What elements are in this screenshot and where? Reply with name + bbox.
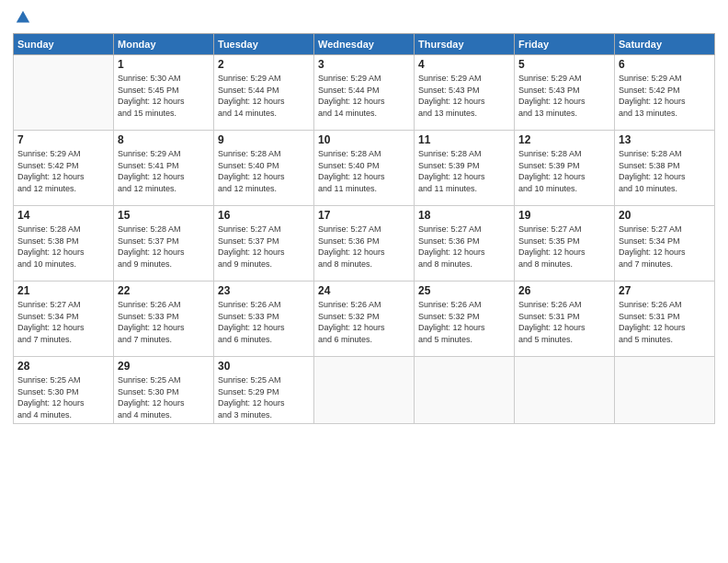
day-number: 15 bbox=[118, 209, 210, 222]
calendar-cell: 10Sunrise: 5:28 AM Sunset: 5:40 PM Dayli… bbox=[314, 131, 415, 206]
day-info: Sunrise: 5:27 AM Sunset: 5:34 PM Dayligh… bbox=[619, 224, 711, 270]
day-info: Sunrise: 5:26 AM Sunset: 5:31 PM Dayligh… bbox=[518, 299, 610, 345]
day-info: Sunrise: 5:29 AM Sunset: 5:42 PM Dayligh… bbox=[619, 73, 711, 119]
day-number: 7 bbox=[17, 133, 109, 146]
weekday-header-sunday: Sunday bbox=[14, 34, 114, 55]
calendar-cell: 15Sunrise: 5:28 AM Sunset: 5:37 PM Dayli… bbox=[114, 206, 214, 282]
day-number: 25 bbox=[418, 284, 510, 297]
day-number: 11 bbox=[418, 133, 510, 146]
day-info: Sunrise: 5:26 AM Sunset: 5:33 PM Dayligh… bbox=[218, 299, 310, 345]
svg-marker-0 bbox=[17, 11, 29, 23]
day-info: Sunrise: 5:29 AM Sunset: 5:43 PM Dayligh… bbox=[418, 73, 510, 119]
calendar-cell: 2Sunrise: 5:29 AM Sunset: 5:44 PM Daylig… bbox=[214, 55, 314, 131]
calendar-cell bbox=[515, 357, 615, 424]
day-info: Sunrise: 5:28 AM Sunset: 5:39 PM Dayligh… bbox=[518, 148, 610, 194]
day-number: 5 bbox=[518, 58, 610, 71]
day-info: Sunrise: 5:27 AM Sunset: 5:36 PM Dayligh… bbox=[418, 224, 510, 270]
day-info: Sunrise: 5:26 AM Sunset: 5:32 PM Dayligh… bbox=[418, 299, 510, 345]
calendar-cell: 23Sunrise: 5:26 AM Sunset: 5:33 PM Dayli… bbox=[214, 282, 314, 357]
calendar-table: SundayMondayTuesdayWednesdayThursdayFrid… bbox=[13, 33, 715, 424]
day-number: 13 bbox=[619, 133, 711, 146]
day-number: 28 bbox=[17, 360, 109, 373]
calendar-cell: 12Sunrise: 5:28 AM Sunset: 5:39 PM Dayli… bbox=[515, 131, 615, 206]
day-info: Sunrise: 5:30 AM Sunset: 5:45 PM Dayligh… bbox=[118, 73, 210, 119]
day-info: Sunrise: 5:28 AM Sunset: 5:39 PM Dayligh… bbox=[418, 148, 510, 194]
calendar-cell bbox=[314, 357, 415, 424]
weekday-header-friday: Friday bbox=[515, 34, 615, 55]
calendar-cell: 14Sunrise: 5:28 AM Sunset: 5:38 PM Dayli… bbox=[14, 206, 114, 282]
calendar-cell: 1Sunrise: 5:30 AM Sunset: 5:45 PM Daylig… bbox=[114, 55, 214, 131]
calendar-cell: 18Sunrise: 5:27 AM Sunset: 5:36 PM Dayli… bbox=[415, 206, 515, 282]
day-info: Sunrise: 5:29 AM Sunset: 5:41 PM Dayligh… bbox=[118, 148, 210, 194]
day-number: 18 bbox=[418, 209, 510, 222]
day-number: 19 bbox=[518, 209, 610, 222]
day-info: Sunrise: 5:29 AM Sunset: 5:44 PM Dayligh… bbox=[218, 73, 310, 119]
day-number: 23 bbox=[218, 284, 310, 297]
day-number: 3 bbox=[318, 58, 410, 71]
day-info: Sunrise: 5:28 AM Sunset: 5:38 PM Dayligh… bbox=[619, 148, 711, 194]
calendar-cell: 24Sunrise: 5:26 AM Sunset: 5:32 PM Dayli… bbox=[314, 282, 415, 357]
calendar-cell: 22Sunrise: 5:26 AM Sunset: 5:33 PM Dayli… bbox=[114, 282, 214, 357]
day-info: Sunrise: 5:29 AM Sunset: 5:42 PM Dayligh… bbox=[17, 148, 109, 194]
day-info: Sunrise: 5:25 AM Sunset: 5:30 PM Dayligh… bbox=[17, 374, 109, 420]
weekday-header-thursday: Thursday bbox=[415, 34, 515, 55]
calendar-cell: 28Sunrise: 5:25 AM Sunset: 5:30 PM Dayli… bbox=[14, 357, 114, 424]
calendar-cell: 9Sunrise: 5:28 AM Sunset: 5:40 PM Daylig… bbox=[214, 131, 314, 206]
day-info: Sunrise: 5:27 AM Sunset: 5:37 PM Dayligh… bbox=[218, 224, 310, 270]
day-number: 29 bbox=[118, 360, 210, 373]
calendar-cell: 20Sunrise: 5:27 AM Sunset: 5:34 PM Dayli… bbox=[615, 206, 715, 282]
day-number: 16 bbox=[218, 209, 310, 222]
calendar-cell bbox=[615, 357, 715, 424]
day-number: 27 bbox=[619, 284, 711, 297]
day-number: 10 bbox=[318, 133, 410, 146]
day-number: 9 bbox=[218, 133, 310, 146]
calendar-cell: 11Sunrise: 5:28 AM Sunset: 5:39 PM Dayli… bbox=[415, 131, 515, 206]
day-number: 20 bbox=[619, 209, 711, 222]
day-info: Sunrise: 5:26 AM Sunset: 5:32 PM Dayligh… bbox=[318, 299, 410, 345]
day-number: 4 bbox=[418, 58, 510, 71]
calendar-cell bbox=[415, 357, 515, 424]
day-number: 24 bbox=[318, 284, 410, 297]
calendar-cell: 16Sunrise: 5:27 AM Sunset: 5:37 PM Dayli… bbox=[214, 206, 314, 282]
day-number: 2 bbox=[218, 58, 310, 71]
day-number: 21 bbox=[17, 284, 109, 297]
calendar-cell: 6Sunrise: 5:29 AM Sunset: 5:42 PM Daylig… bbox=[615, 55, 715, 131]
calendar-cell: 5Sunrise: 5:29 AM Sunset: 5:43 PM Daylig… bbox=[515, 55, 615, 131]
day-info: Sunrise: 5:28 AM Sunset: 5:40 PM Dayligh… bbox=[318, 148, 410, 194]
calendar-cell: 27Sunrise: 5:26 AM Sunset: 5:31 PM Dayli… bbox=[615, 282, 715, 357]
weekday-header-tuesday: Tuesday bbox=[214, 34, 314, 55]
day-info: Sunrise: 5:28 AM Sunset: 5:37 PM Dayligh… bbox=[118, 224, 210, 270]
weekday-header-saturday: Saturday bbox=[615, 34, 715, 55]
calendar-cell: 8Sunrise: 5:29 AM Sunset: 5:41 PM Daylig… bbox=[114, 131, 214, 206]
calendar-cell: 26Sunrise: 5:26 AM Sunset: 5:31 PM Dayli… bbox=[515, 282, 615, 357]
day-info: Sunrise: 5:29 AM Sunset: 5:44 PM Dayligh… bbox=[318, 73, 410, 119]
calendar-cell: 30Sunrise: 5:25 AM Sunset: 5:29 PM Dayli… bbox=[214, 357, 314, 424]
day-info: Sunrise: 5:26 AM Sunset: 5:31 PM Dayligh… bbox=[619, 299, 711, 345]
day-info: Sunrise: 5:27 AM Sunset: 5:34 PM Dayligh… bbox=[17, 299, 109, 345]
calendar-cell: 21Sunrise: 5:27 AM Sunset: 5:34 PM Dayli… bbox=[14, 282, 114, 357]
day-info: Sunrise: 5:25 AM Sunset: 5:30 PM Dayligh… bbox=[118, 374, 210, 420]
day-info: Sunrise: 5:28 AM Sunset: 5:40 PM Dayligh… bbox=[218, 148, 310, 194]
day-number: 26 bbox=[518, 284, 610, 297]
calendar-cell bbox=[14, 55, 114, 131]
day-number: 12 bbox=[518, 133, 610, 146]
logo-icon bbox=[15, 9, 31, 26]
day-number: 6 bbox=[619, 58, 711, 71]
day-number: 30 bbox=[218, 360, 310, 373]
weekday-header-wednesday: Wednesday bbox=[314, 34, 415, 55]
day-info: Sunrise: 5:29 AM Sunset: 5:43 PM Dayligh… bbox=[518, 73, 610, 119]
day-number: 22 bbox=[118, 284, 210, 297]
calendar-cell: 25Sunrise: 5:26 AM Sunset: 5:32 PM Dayli… bbox=[415, 282, 515, 357]
day-number: 17 bbox=[318, 209, 410, 222]
day-info: Sunrise: 5:28 AM Sunset: 5:38 PM Dayligh… bbox=[17, 224, 109, 270]
calendar-cell: 7Sunrise: 5:29 AM Sunset: 5:42 PM Daylig… bbox=[14, 131, 114, 206]
calendar-cell: 3Sunrise: 5:29 AM Sunset: 5:44 PM Daylig… bbox=[314, 55, 415, 131]
day-number: 1 bbox=[118, 58, 210, 71]
calendar-cell: 19Sunrise: 5:27 AM Sunset: 5:35 PM Dayli… bbox=[515, 206, 615, 282]
day-number: 14 bbox=[17, 209, 109, 222]
day-info: Sunrise: 5:25 AM Sunset: 5:29 PM Dayligh… bbox=[218, 374, 310, 420]
day-info: Sunrise: 5:26 AM Sunset: 5:33 PM Dayligh… bbox=[118, 299, 210, 345]
calendar-cell: 13Sunrise: 5:28 AM Sunset: 5:38 PM Dayli… bbox=[615, 131, 715, 206]
day-info: Sunrise: 5:27 AM Sunset: 5:35 PM Dayligh… bbox=[518, 224, 610, 270]
logo bbox=[13, 9, 31, 26]
